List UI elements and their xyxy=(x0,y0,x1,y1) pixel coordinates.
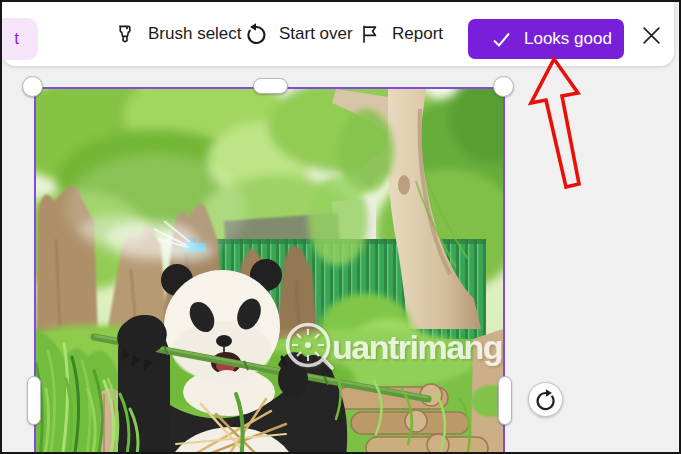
resize-handle-top-left[interactable] xyxy=(22,76,43,97)
resize-handle-right-middle[interactable] xyxy=(498,376,512,425)
rotate-clockwise-icon xyxy=(534,388,558,412)
resize-handle-top-center[interactable] xyxy=(253,78,288,94)
select-tool-partial-label: t xyxy=(14,29,19,49)
paint-brush-icon xyxy=(114,23,137,46)
start-over-button[interactable]: Start over xyxy=(244,2,353,66)
close-button[interactable] xyxy=(638,22,664,48)
close-icon xyxy=(641,25,662,46)
select-tool-partial-button[interactable]: t xyxy=(0,18,38,60)
arrow-counterclockwise-icon xyxy=(244,22,268,46)
report-button[interactable]: Report xyxy=(359,2,443,66)
resize-handle-top-right[interactable] xyxy=(493,76,514,97)
brush-select-label: Brush select xyxy=(148,24,242,44)
start-over-label: Start over xyxy=(279,24,353,44)
generated-image[interactable]: uantrimang xyxy=(34,87,505,454)
annotation-arrow-icon xyxy=(527,56,589,196)
checkmark-icon xyxy=(492,31,511,48)
looks-good-label: Looks good xyxy=(524,29,612,49)
report-label: Report xyxy=(392,24,443,44)
toolbar: t Brush select Start over Report xyxy=(2,2,674,66)
rotate-handle[interactable] xyxy=(528,382,563,417)
resize-handle-left-middle[interactable] xyxy=(27,376,41,425)
brush-select-button[interactable]: Brush select xyxy=(114,2,242,66)
cocreator-window: uantrimang t Brush select xyxy=(0,0,681,454)
flag-icon xyxy=(359,23,381,45)
looks-good-button[interactable]: Looks good xyxy=(468,19,624,59)
panda-photo-scene: uantrimang xyxy=(36,89,503,454)
